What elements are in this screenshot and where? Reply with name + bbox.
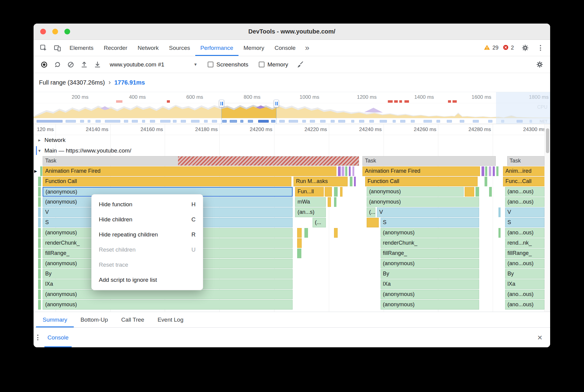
flame-bar[interactable]: Anim...ired <box>503 166 545 176</box>
flame-sliver[interactable] <box>38 279 41 289</box>
menu-item-hide-function[interactable]: Hide function H <box>92 197 203 212</box>
flame-sliver[interactable] <box>334 197 336 207</box>
flame-bar[interactable]: Task <box>507 156 544 166</box>
flame-bar[interactable]: (ano...ous) <box>505 300 544 310</box>
minimize-window-button[interactable] <box>52 29 58 34</box>
flame-bar[interactable]: By <box>381 269 479 279</box>
flame-sliver[interactable] <box>349 166 351 176</box>
flame-sliver[interactable] <box>482 166 484 176</box>
flame-sliver[interactable] <box>489 187 492 197</box>
clear-icon[interactable] <box>65 59 76 70</box>
flame-bar[interactable]: (anonymous) <box>43 290 292 299</box>
flame-bar[interactable]: Run M...asks <box>294 177 348 186</box>
expanded-triangle-icon[interactable]: ▾ <box>37 148 42 153</box>
flame-bar[interactable]: ▶ <box>34 166 40 176</box>
flame-sliver[interactable] <box>489 166 491 176</box>
flame-sliver[interactable] <box>38 238 41 248</box>
collect-garbage-icon[interactable] <box>294 59 306 70</box>
selection-right-handle[interactable] <box>274 100 279 107</box>
flame-bar[interactable]: V <box>377 207 479 217</box>
flame-sliver[interactable] <box>38 269 41 279</box>
flame-sliver[interactable] <box>496 166 498 176</box>
flame-sliver[interactable] <box>328 197 331 207</box>
flame-bar[interactable]: lXa <box>381 279 479 289</box>
profile-select[interactable]: www.youtube.com #1 ▼ <box>110 61 197 68</box>
menu-item-hide-children[interactable]: Hide children C <box>92 212 203 227</box>
flame-bar[interactable]: renderChunk_ <box>381 238 479 248</box>
flame-sliver[interactable] <box>352 166 355 176</box>
flame-sliver[interactable] <box>498 228 501 238</box>
device-toolbar-icon[interactable] <box>50 40 64 56</box>
flame-sliver[interactable] <box>38 228 41 238</box>
reload-and-record-icon[interactable] <box>52 59 63 70</box>
flame-sliver[interactable] <box>297 228 302 238</box>
flame-bar[interactable]: (... <box>313 218 326 227</box>
tab-sources[interactable]: Sources <box>164 40 195 56</box>
flame-sliver[interactable] <box>354 177 356 186</box>
menu-item-reset-children[interactable]: Reset children U <box>92 242 203 257</box>
drawer-kebab-menu-icon[interactable] <box>34 328 42 347</box>
flame-sliver[interactable] <box>38 300 41 310</box>
flame-sliver[interactable] <box>485 166 487 176</box>
tab-memory[interactable]: Memory <box>238 40 270 56</box>
flame-sliver[interactable] <box>340 187 342 197</box>
flame-bar[interactable]: (anonymous) <box>367 197 479 207</box>
inspect-element-icon[interactable] <box>37 40 50 56</box>
flame-bar[interactable]: (anonymous) <box>381 259 479 268</box>
flame-bar[interactable]: Func...Call <box>503 177 545 186</box>
flame-sliver[interactable] <box>342 166 344 176</box>
flame-bar[interactable]: (anonymous) <box>43 300 292 310</box>
tab-summary[interactable]: Summary <box>36 312 74 327</box>
track-main[interactable]: ▾ Main — https://www.youtube.com/ <box>34 145 550 156</box>
flame-bar[interactable]: rend...nk_ <box>505 238 544 248</box>
memory-checkbox[interactable] <box>259 62 264 67</box>
menu-item-hide-repeating-children[interactable]: Hide repeating children R <box>92 227 203 242</box>
close-drawer-icon[interactable]: × <box>530 328 550 347</box>
flame-sliver[interactable] <box>475 187 479 197</box>
flame-bar[interactable]: Function Call <box>43 177 291 186</box>
full-range-label[interactable]: Full range (34307.26ms) <box>39 79 105 86</box>
flame-sliver[interactable] <box>498 207 501 217</box>
tab-bottom-up[interactable]: Bottom-Up <box>74 312 115 327</box>
flame-bar[interactable]: (ano...ous) <box>505 290 544 299</box>
tab-network[interactable]: Network <box>132 40 164 56</box>
close-window-button[interactable] <box>40 29 46 34</box>
flame-bar[interactable]: S <box>505 218 544 227</box>
flame-sliver[interactable] <box>325 187 332 197</box>
flame-sliver[interactable] <box>334 187 338 197</box>
flame-sliver[interactable] <box>297 238 302 248</box>
flame-sliver[interactable] <box>40 166 42 176</box>
flame-bar[interactable]: (anonymous) <box>381 300 479 310</box>
tab-console[interactable]: Console <box>269 40 301 56</box>
flame-sliver[interactable] <box>485 177 487 186</box>
settings-gear-icon[interactable] <box>518 44 532 52</box>
flame-bar[interactable]: (anonymous) <box>367 187 464 197</box>
flame-bar[interactable]: (an...s) <box>295 207 326 217</box>
flame-bar[interactable]: (ano...ous) <box>505 187 544 197</box>
flame-bar[interactable]: (... <box>367 207 375 217</box>
flame-bar[interactable]: (ano...ous) <box>505 228 544 238</box>
zoom-window-button[interactable] <box>64 29 70 34</box>
tab-call-tree[interactable]: Call Tree <box>115 312 151 327</box>
flame-bar[interactable]: Fun...ll <box>295 187 324 197</box>
flame-bar[interactable]: By <box>505 269 544 279</box>
collapsed-triangle-icon[interactable]: ▸ <box>37 137 42 143</box>
screenshots-checkbox-group[interactable]: Screenshots <box>208 61 248 68</box>
flame-bar[interactable]: S <box>381 218 479 227</box>
flame-sliver[interactable] <box>297 249 301 258</box>
memory-checkbox-group[interactable]: Memory <box>259 61 288 68</box>
flame-bar[interactable]: Animation Frame Fired <box>43 166 336 176</box>
flame-bar[interactable]: (anonymous) <box>381 228 479 238</box>
menu-item-add-script-to-ignore-list[interactable]: Add script to ignore list <box>92 272 203 288</box>
flame-sliver[interactable] <box>38 290 41 299</box>
flame-bar[interactable]: (ano...ous) <box>505 197 544 207</box>
flame-sliver[interactable] <box>338 166 340 176</box>
menu-item-reset-trace[interactable]: Reset trace <box>92 257 203 272</box>
tab-elements[interactable]: Elements <box>64 40 99 56</box>
drawer-tab-console[interactable]: Console <box>44 328 72 347</box>
load-profile-icon[interactable] <box>78 59 90 70</box>
flame-bar[interactable]: Task <box>362 156 496 166</box>
flame-sliver[interactable] <box>38 259 41 268</box>
flame-bar[interactable]: (ano...ous) <box>505 259 544 268</box>
flame-sliver[interactable] <box>38 187 41 197</box>
